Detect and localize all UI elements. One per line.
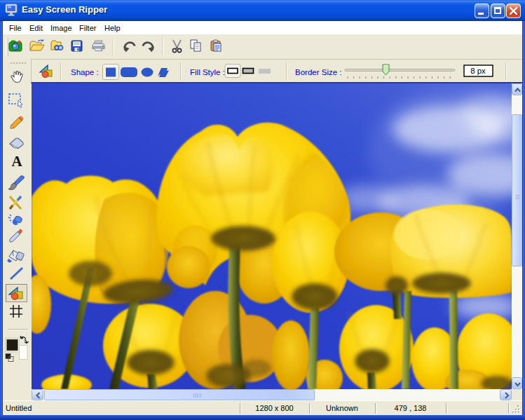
svg-text:8 px: 8 px (470, 67, 486, 75)
svg-text:A: A (11, 153, 22, 170)
svg-text:Border Size :: Border Size : (295, 68, 341, 76)
svg-text:Fill Style :: Fill Style : (190, 68, 225, 76)
svg-text:Shape :: Shape : (71, 68, 99, 76)
